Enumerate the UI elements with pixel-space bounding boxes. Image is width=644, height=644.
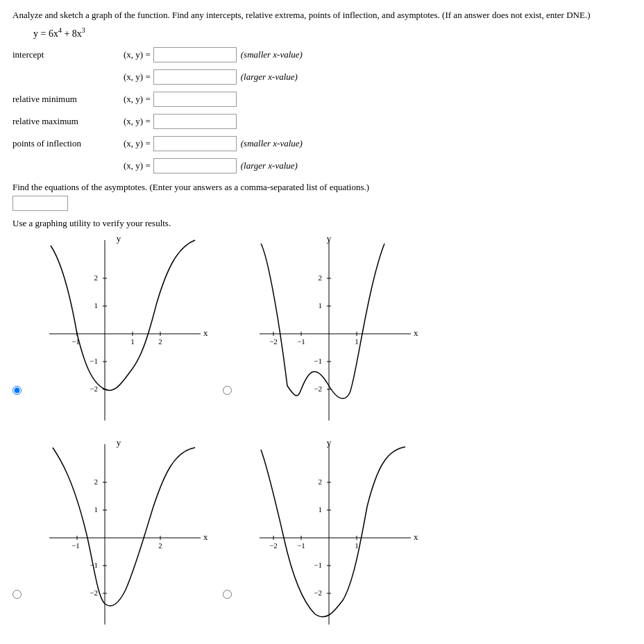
graph3-curve — [53, 448, 195, 606]
graph2-xtick-1: 1 — [355, 337, 359, 346]
exponent1: 4 — [58, 26, 62, 34]
graph-1-container: y x −1 1 2 2 1 −1 — [28, 233, 209, 430]
inflection-suffix-2: (larger x-value) — [241, 160, 298, 171]
graph1-x-label: x — [203, 328, 208, 338]
intercept-row-2: (x, y) = (larger x-value) — [12, 68, 632, 86]
graph3-ytick-n2: −2 — [90, 588, 98, 597]
graph4-ytick-n2: −2 — [314, 588, 322, 597]
intercept-label: intercept — [12, 49, 124, 60]
inflection-suffix-1: (smaller x-value) — [241, 138, 303, 149]
graph2-xtick-n1: −1 — [297, 337, 305, 346]
intercept-input-1[interactable] — [153, 47, 237, 62]
graph-radio-1[interactable] — [12, 386, 22, 395]
graph2-ytick-1: 1 — [319, 301, 323, 310]
graph-choice-4: y x −2 −1 1 2 1 −1 −2 — [223, 437, 419, 634]
asymptote-instructions: Find the equations of the asymptotes. (E… — [12, 182, 632, 193]
graphs-row-2: y x −1 2 2 1 −1 −2 — [12, 437, 632, 634]
graph4-xtick-n2: −2 — [269, 541, 278, 550]
inflection-row-2: (x, y) = (larger x-value) — [12, 157, 632, 175]
graph-radio-4[interactable] — [223, 590, 232, 599]
eq-prefix-relmin: (x, y) = — [124, 94, 151, 105]
inflection-label: points of inflection — [12, 138, 124, 149]
graph-radio-2[interactable] — [223, 386, 232, 395]
graph2-ytick-n2: −2 — [314, 384, 322, 393]
graph3-x-label: x — [203, 532, 208, 542]
relative-maximum-label: relative maximum — [12, 116, 124, 127]
inflection-input-1[interactable] — [153, 136, 237, 151]
graph4-curve — [261, 447, 405, 617]
graph-4-svg: y x −2 −1 1 2 1 −1 −2 — [239, 437, 419, 632]
eq-prefix-inflect1: (x, y) = — [124, 138, 151, 149]
graph3-ytick-2: 2 — [94, 477, 99, 486]
graphing-instructions: Use a graphing utility to verify your re… — [12, 218, 632, 229]
intercept-suffix-1: (smaller x-value) — [241, 49, 303, 60]
graph1-ytick-n2: −2 — [90, 384, 98, 393]
asymptote-section: Find the equations of the asymptotes. (E… — [12, 182, 632, 211]
graphing-section: Use a graphing utility to verify your re… — [12, 218, 632, 229]
relative-minimum-row: relative minimum (x, y) = — [12, 90, 632, 108]
graph4-x-label: x — [414, 532, 418, 542]
relative-minimum-input[interactable] — [153, 92, 237, 107]
graph-choice-2: y x −2 −1 1 2 1 −1 −2 — [223, 233, 419, 430]
graph-2-container: y x −2 −1 1 2 1 −1 −2 — [239, 233, 419, 430]
inflection-row-1: points of inflection (x, y) = (smaller x… — [12, 135, 632, 153]
intercept-row-1: intercept (x, y) = (smaller x-value) — [12, 46, 632, 64]
intercept-suffix-2: (larger x-value) — [241, 71, 298, 83]
relative-minimum-label: relative minimum — [12, 94, 124, 105]
graph1-curve — [51, 240, 195, 391]
graphs-row-1: y x −1 1 2 2 1 −1 — [12, 233, 632, 430]
graph2-x-label: x — [414, 328, 418, 338]
graph4-ytick-1: 1 — [319, 505, 323, 514]
graph4-ytick-2: 2 — [319, 477, 323, 486]
intercept-input-2[interactable] — [153, 69, 237, 85]
graph1-xtick-2: 2 — [158, 337, 162, 346]
graph3-y-label: y — [117, 437, 121, 448]
graph-1-svg: y x −1 1 2 2 1 −1 — [28, 233, 209, 427]
inflection-input-2[interactable] — [153, 158, 237, 173]
graph-choice-1: y x −1 1 2 2 1 −1 — [12, 233, 209, 430]
graph1-ytick-n1: −1 — [90, 357, 98, 365]
graph-radio-3[interactable] — [12, 590, 22, 599]
relative-maximum-input[interactable] — [153, 114, 237, 129]
asymptote-input[interactable] — [12, 196, 68, 211]
graph-3-svg: y x −1 2 2 1 −1 −2 — [28, 437, 209, 632]
graph-choice-3: y x −1 2 2 1 −1 −2 — [12, 437, 209, 634]
graph1-y-label: y — [117, 233, 121, 244]
graph3-ytick-1: 1 — [94, 505, 99, 514]
exponent2: 3 — [82, 26, 85, 34]
instructions-text: Analyze and sketch a graph of the functi… — [12, 8, 632, 22]
graph-3-container: y x −1 2 2 1 −1 −2 — [28, 437, 209, 634]
graph2-xtick-n2: −2 — [269, 337, 278, 346]
eq-prefix-inflect2: (x, y) = — [124, 160, 151, 171]
relative-maximum-row: relative maximum (x, y) = — [12, 112, 632, 130]
graph3-xtick-n1: −1 — [71, 541, 80, 550]
graph4-xtick-n1: −1 — [297, 541, 305, 550]
graph2-ytick-n1: −1 — [314, 357, 322, 365]
eq-prefix-intercept2: (x, y) = — [124, 71, 151, 83]
graph4-ytick-n1: −1 — [314, 561, 322, 569]
graph4-xtick-1: 1 — [355, 541, 359, 550]
eq-prefix-relmax: (x, y) = — [124, 116, 151, 127]
graph2-curve — [261, 244, 384, 398]
graph1-xtick-1: 1 — [130, 337, 135, 346]
graph-2-svg: y x −2 −1 1 2 1 −1 −2 — [239, 233, 419, 427]
graph3-xtick-2: 2 — [158, 541, 162, 550]
graph-4-container: y x −2 −1 1 2 1 −1 −2 — [239, 437, 419, 634]
function-label: y = 6x4 + 8x3 — [33, 26, 632, 40]
graph2-ytick-2: 2 — [319, 273, 323, 282]
eq-prefix-intercept1: (x, y) = — [124, 49, 151, 60]
graph1-ytick-2: 2 — [94, 273, 99, 282]
graph1-ytick-1: 1 — [94, 301, 99, 310]
